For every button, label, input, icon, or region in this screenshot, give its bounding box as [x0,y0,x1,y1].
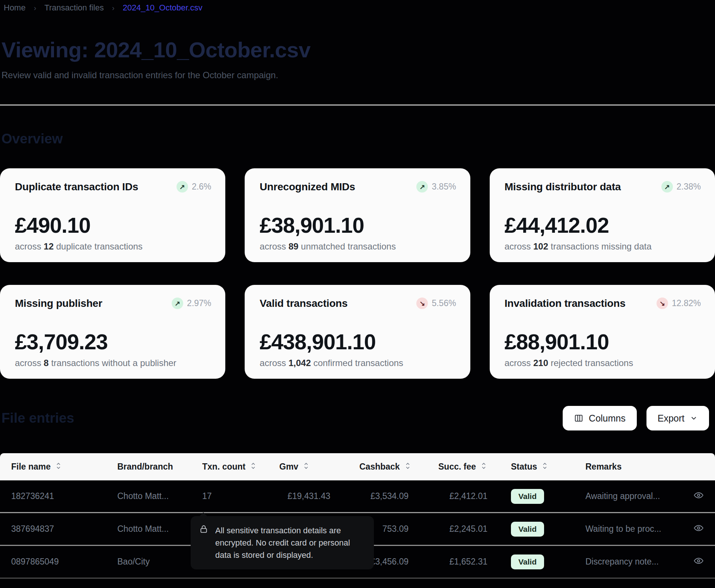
column-header-label: Remarks [585,462,622,472]
cell-file-name: 387694837 [11,524,117,534]
cell-succ-fee: £1,652.31 [438,557,511,567]
breadcrumb-separator: › [112,4,115,12]
column-header-brand-branch: Brand/branch [117,462,202,472]
overview-heading: Overview [1,131,63,147]
breadcrumb-item-current-file[interactable]: 2024_10_October.csv [123,3,202,13]
column-header-remarks: Remarks [585,462,693,472]
trend-badge: ↗ 3.85% [416,181,456,193]
breadcrumb-item-transaction-files[interactable]: Transaction files [44,3,104,13]
cell-brand-branch: Chotto Matt... [117,491,202,501]
card-title: Missing publisher [15,298,102,309]
card-note-prefix: across [505,241,531,251]
stat-card-invalidation-transactions: Invalidation transactions ↘ 12.82% £88,9… [490,285,715,379]
card-note: across 89 unmatched transactions [260,241,456,252]
column-header-label: Cashback [359,462,400,472]
column-header-cashback[interactable]: Cashback [359,462,438,472]
stat-card-missing-distributor-data: Missing distributor data ↗ 2.38% £44,412… [490,168,715,262]
card-note-suffix: duplicate transactions [56,241,143,251]
column-header-file-name[interactable]: File name [11,462,117,472]
table-header-row: File name Brand/branch Txn. count Gmv Ca… [0,453,715,480]
sort-icon [56,462,61,472]
breadcrumb: Home › Transaction files › 2024_10_Octob… [4,3,202,13]
trend-up-icon: ↗ [416,181,428,193]
column-header-label: Brand/branch [117,462,173,472]
trend-up-icon: ↗ [172,298,183,309]
sort-icon [481,462,486,472]
eye-icon [693,490,704,503]
sort-icon [304,462,309,472]
card-title: Unrecognized MIDs [260,181,355,193]
chevron-down-icon [690,414,698,422]
stat-card-duplicate-transaction-ids: Duplicate transaction IDs ↗ 2.6% £490.10… [0,168,225,262]
card-note-count: 89 [289,241,299,251]
card-note-prefix: across [505,358,531,368]
cell-status: Valid [511,554,585,569]
card-amount: £3,709.23 [15,329,211,354]
export-button-label: Export [658,413,684,424]
cell-remarks: Discrepancy note... [585,557,693,567]
cell-gmv: £19,431.43 [279,491,359,501]
cell-remarks: Awaiting approval... [585,491,693,501]
columns-button[interactable]: Columns [563,406,637,430]
transaction-file-page: Home › Transaction files › 2024_10_Octob… [0,0,715,588]
trend-badge: ↗ 2.38% [661,181,701,193]
view-row-button[interactable] [693,523,704,535]
cell-status: Valid [511,522,585,537]
cell-succ-fee: £2,245.01 [438,524,511,534]
trend-up-icon: ↗ [177,181,188,193]
column-header-txn-count[interactable]: Txn. count [202,462,279,472]
sort-icon [405,462,410,472]
card-note: across 102 transactions missing data [505,241,701,252]
column-header-label: Status [511,462,537,472]
cell-status: Valid [511,489,585,504]
card-note-count: 12 [44,241,54,251]
table-row: 182736241 Chotto Matt... 17 £19,431.43 £… [0,480,715,513]
card-title: Duplicate transaction IDs [15,181,138,193]
columns-button-label: Columns [589,413,626,424]
sort-icon [542,462,547,472]
card-amount: £44,412.02 [505,213,701,238]
trend-value: 2.6% [192,182,211,192]
status-badge: Valid [511,554,544,569]
table-actions: Columns Export [563,406,714,430]
section-divider [0,104,715,106]
view-row-button[interactable] [693,490,704,503]
card-title: Missing distributor data [505,181,621,193]
card-note: across 210 rejected transactions [505,358,701,368]
trend-badge: ↗ 2.6% [177,181,211,193]
view-row-button[interactable] [693,556,704,568]
file-entries-heading: File entries [1,410,74,426]
eye-icon [693,556,704,568]
column-header-status[interactable]: Status [511,462,585,472]
breadcrumb-item-home[interactable]: Home [4,3,26,13]
trend-badge: ↘ 12.82% [657,298,701,309]
lock-icon [199,524,209,561]
card-note-count: 210 [533,358,548,368]
sort-icon [251,462,256,472]
card-title: Invalidation transactions [505,298,626,309]
trend-badge: ↗ 2.97% [172,298,211,309]
column-header-label: Txn. count [202,462,245,472]
card-note-prefix: across [260,241,286,251]
breadcrumb-separator: › [34,4,36,12]
column-header-gmv[interactable]: Gmv [279,462,359,472]
card-note-suffix: unmatched transactions [301,241,396,251]
trend-value: 12.82% [672,298,701,308]
trend-up-icon: ↗ [661,181,673,193]
page-title: Viewing: 2024_10_October.csv [1,37,311,62]
column-header-succ-fee[interactable]: Succ. fee [438,462,511,472]
page-subtitle: Review valid and invalid transaction ent… [1,70,278,80]
card-note-count: 1,042 [289,358,311,368]
status-badge: Valid [511,489,544,504]
column-header-label: Gmv [279,462,298,472]
card-note-suffix: confirmed transactions [313,358,403,368]
status-badge: Valid [511,522,544,537]
card-amount: £88,901.10 [505,329,701,354]
column-header-label: Succ. fee [438,462,476,472]
overview-cards: Duplicate transaction IDs ↗ 2.6% £490.10… [0,168,715,379]
export-button[interactable]: Export [646,406,709,430]
cell-file-name: 182736241 [11,491,117,501]
stat-card-missing-publisher: Missing publisher ↗ 2.97% £3,709.23 acro… [0,285,225,379]
trend-badge: ↘ 5.56% [416,298,456,309]
trend-value: 3.85% [432,182,456,192]
